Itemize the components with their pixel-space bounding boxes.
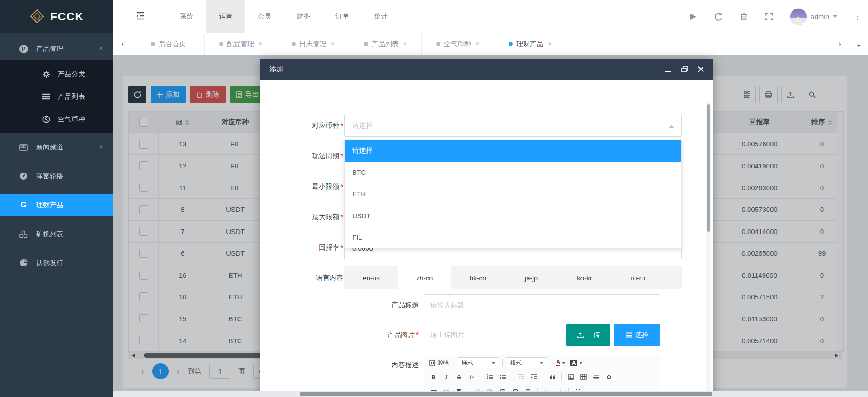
product-image-input[interactable]: 请上传图片: [424, 324, 562, 346]
remove-format-button[interactable]: Ix: [466, 371, 477, 383]
image-button[interactable]: [565, 371, 577, 383]
dropdown-option-fil[interactable]: FIL: [345, 226, 681, 248]
pie-chart-icon: [19, 258, 28, 267]
avatar[interactable]: [790, 8, 807, 25]
table-button[interactable]: [578, 371, 590, 383]
dialog-header[interactable]: 添加: [260, 59, 713, 80]
minimize-icon[interactable]: [665, 66, 671, 73]
tab-close-icon[interactable]: ×: [548, 40, 552, 47]
play-icon[interactable]: [689, 12, 698, 21]
newspaper-icon: [19, 143, 28, 152]
sidebar-item-label: 空气币种: [58, 115, 85, 124]
sidebar-item-product-category[interactable]: 产品分类: [0, 63, 113, 85]
tab-close-icon[interactable]: ×: [403, 40, 407, 47]
bold-button[interactable]: B: [428, 371, 439, 383]
wealth-product-icon: G: [19, 201, 28, 210]
brand-name: FCCK: [50, 10, 84, 23]
sidebar-item-product-list[interactable]: 产品列表: [0, 85, 113, 108]
italic-button[interactable]: I: [440, 371, 452, 383]
dialog-title: 添加: [269, 65, 283, 74]
tab-product-list[interactable]: 产品列表 ×: [349, 33, 422, 55]
tab-wealth-product[interactable]: 理财产品 ×: [494, 33, 566, 55]
close-icon[interactable]: [698, 66, 704, 72]
sidebar-item-subscription-issue[interactable]: 认购发行: [0, 252, 113, 274]
menu-item-order[interactable]: 订单: [323, 0, 362, 33]
lang-tab-ko-kr[interactable]: ko-kr: [558, 266, 611, 289]
tab-label: 产品列表: [372, 40, 399, 48]
tab-dot: [509, 42, 513, 46]
tab-close-icon[interactable]: ×: [476, 40, 479, 47]
tabs-scroll-left-icon[interactable]: ‹: [113, 33, 132, 55]
menu-item-member[interactable]: 会员: [245, 0, 284, 33]
text-color-button[interactable]: A: [554, 357, 567, 369]
required-asterisk: *: [340, 152, 343, 159]
user-menu[interactable]: admin: [790, 8, 837, 25]
unordered-list-button[interactable]: [497, 371, 509, 383]
trash-icon[interactable]: [739, 12, 748, 21]
sidebar-item-miner-list[interactable]: 矿机列表: [0, 223, 113, 245]
indent-button[interactable]: [528, 371, 540, 383]
page-horizontal-scrollbar[interactable]: [113, 391, 868, 397]
outdent-button[interactable]: [515, 371, 527, 383]
more-options-icon[interactable]: ⋮: [854, 12, 862, 22]
lang-tab-ru-ru[interactable]: ru-ru: [611, 266, 665, 289]
scrollbar-thumb[interactable]: [300, 392, 712, 396]
tabs-menu-icon[interactable]: ⌄: [849, 33, 868, 55]
lang-tab-hk-cn[interactable]: hk-cn: [451, 266, 505, 289]
chevron-up-icon: [669, 125, 674, 128]
tab-air-coin[interactable]: 空气币种 ×: [422, 33, 494, 55]
lang-tab-ja-jp[interactable]: ja-jp: [505, 266, 558, 289]
blockquote-button[interactable]: [547, 371, 558, 383]
chevron-down-icon: [833, 15, 837, 18]
language-tabs: en-us zh-cn hk-cn ja-jp ko-kr ru-ru: [344, 266, 682, 289]
dropdown-option-usdt[interactable]: USDT: [345, 205, 681, 226]
brand-diamond-icon: [29, 9, 45, 24]
tabs-scroll-right-icon[interactable]: ›: [830, 33, 849, 55]
sidebar-item-wealth-product[interactable]: G 理财产品: [0, 194, 113, 216]
collapse-menu-icon[interactable]: [136, 11, 146, 21]
input-placeholder: 请输入标题: [430, 301, 464, 310]
tab-logs[interactable]: 日志管理 ×: [277, 33, 349, 55]
tab-home[interactable]: 后台首页: [132, 33, 205, 55]
modal-scrollbar[interactable]: [706, 102, 711, 397]
refresh-icon[interactable]: [714, 12, 723, 21]
upload-button[interactable]: 上传: [566, 324, 610, 346]
menu-item-finance[interactable]: 财务: [284, 0, 323, 33]
horizontal-rule-button[interactable]: [590, 371, 602, 383]
required-asterisk: *: [340, 243, 343, 251]
dropdown-option-placeholder[interactable]: 请选择: [345, 140, 681, 162]
language-field-label: 语言内容: [269, 273, 343, 282]
product-title-input[interactable]: 请输入标题: [424, 294, 660, 316]
tab-config[interactable]: 配置管理 ×: [205, 33, 277, 55]
choose-button[interactable]: 选择: [614, 324, 660, 346]
maximize-icon[interactable]: [681, 66, 688, 73]
editor-toolbar-row-1: 源码 样式 格式 A A: [424, 355, 660, 370]
sidebar-item-news-channel[interactable]: 新闻频道 ˅: [0, 136, 113, 159]
bg-color-button[interactable]: A: [568, 357, 584, 369]
dropdown-option-btc[interactable]: BTC: [345, 162, 681, 183]
ordered-list-button[interactable]: [484, 371, 496, 383]
list-icon: [42, 92, 51, 101]
menu-item-system[interactable]: 系统: [167, 0, 206, 33]
fullscreen-icon[interactable]: [764, 12, 774, 21]
format-select[interactable]: 格式: [506, 357, 547, 368]
menu-item-operation[interactable]: 运营: [206, 0, 245, 33]
sidebar-item-popup-carousel[interactable]: 弹窗轮播: [0, 165, 113, 187]
lang-tab-en-us[interactable]: en-us: [344, 266, 398, 289]
sidebar-item-label: 理财产品: [36, 201, 63, 210]
lang-tab-zh-cn[interactable]: zh-cn: [398, 266, 451, 289]
styles-select[interactable]: 样式: [458, 357, 499, 368]
rate-field-label: 回报率*: [269, 243, 343, 252]
source-button[interactable]: 源码: [428, 357, 451, 369]
sidebar-group-product-management[interactable]: P 产品管理 ˄: [0, 37, 113, 60]
tab-bar: ‹ 后台首页 配置管理 × 日志管理 × 产品列表 × 空气币种 × 理财产品: [113, 33, 868, 55]
currency-select[interactable]: 请选择: [344, 115, 682, 137]
tab-close-icon[interactable]: ×: [259, 40, 262, 47]
menu-item-statistics[interactable]: 统计: [362, 0, 401, 33]
sidebar-item-air-coin[interactable]: 空气币种: [0, 108, 113, 131]
dropdown-option-eth[interactable]: ETH: [345, 183, 681, 205]
strikethrough-button[interactable]: S: [453, 371, 465, 383]
modal-scrollbar-thumb[interactable]: [707, 104, 710, 232]
tab-close-icon[interactable]: ×: [331, 40, 335, 47]
special-char-button[interactable]: Ω: [603, 371, 615, 383]
